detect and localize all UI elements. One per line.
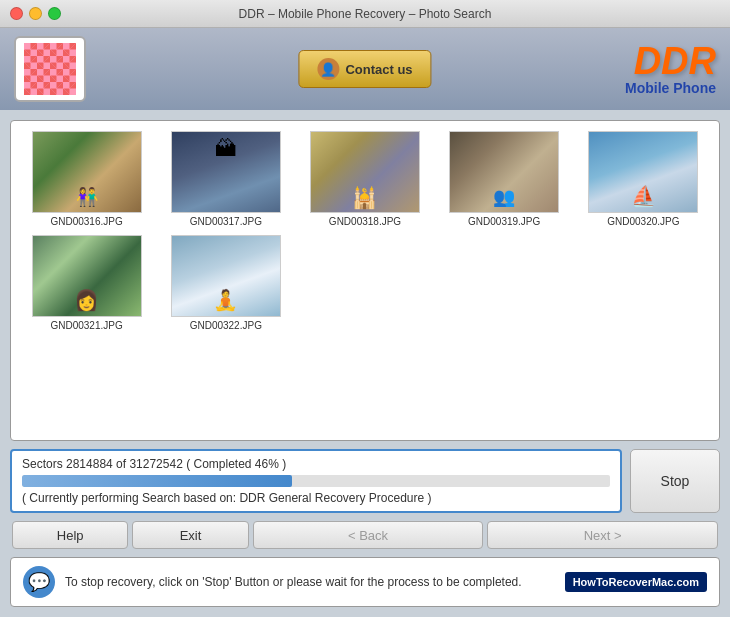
progress-info-text: ( Currently performing Search based on: … [22,491,610,505]
photo-thumbnail [32,131,142,213]
contact-label: Contact us [345,62,412,77]
minimize-button[interactable] [29,7,42,20]
list-item[interactable]: GND00322.JPG [160,235,291,331]
photo-label: GND00321.JPG [50,320,122,331]
exit-button[interactable]: Exit [132,521,248,549]
photo-label: GND00319.JPG [468,216,540,227]
progress-section: Sectors 2814884 of 31272542 ( Completed … [10,449,720,513]
progress-bar-track [22,475,610,487]
list-item[interactable]: GND00316.JPG [21,131,152,227]
list-item[interactable]: GND00319.JPG [439,131,570,227]
brand-area: DDR Mobile Phone [625,42,716,96]
photo-thumbnail [171,235,281,317]
photo-thumbnail [171,131,281,213]
brand-title: DDR [625,42,716,80]
help-button[interactable]: Help [12,521,128,549]
photo-thumbnail [449,131,559,213]
list-item[interactable]: GND00320.JPG [578,131,709,227]
info-icon: 💬 [23,566,55,598]
header: 👤 Contact us DDR Mobile Phone [0,28,730,110]
contact-icon: 👤 [317,58,339,80]
photo-thumbnail [588,131,698,213]
main-content: GND00316.JPGGND00317.JPGGND00318.JPGGND0… [0,110,730,617]
photo-label: GND00317.JPG [190,216,262,227]
info-text: To stop recovery, click on 'Stop' Button… [65,575,555,589]
photo-thumbnail [310,131,420,213]
photo-label: GND00320.JPG [607,216,679,227]
bottom-nav: Help Exit < Back Next > [10,521,720,549]
window-title: DDR – Mobile Phone Recovery – Photo Sear… [239,7,492,21]
stop-button[interactable]: Stop [630,449,720,513]
brand-subtitle: Mobile Phone [625,80,716,96]
photo-label: GND00322.JPG [190,320,262,331]
contact-button[interactable]: 👤 Contact us [298,50,431,88]
progress-box: Sectors 2814884 of 31272542 ( Completed … [10,449,622,513]
list-item[interactable]: GND00318.JPG [299,131,430,227]
photo-grid-container[interactable]: GND00316.JPGGND00317.JPGGND00318.JPGGND0… [10,120,720,441]
photo-thumbnail [32,235,142,317]
info-footer: 💬 To stop recovery, click on 'Stop' Butt… [10,557,720,607]
watermark: HowToRecoverMac.com [565,572,707,592]
window-controls[interactable] [10,7,61,20]
progress-status-text: Sectors 2814884 of 31272542 ( Completed … [22,457,610,471]
logo-icon [24,43,76,95]
logo-box [14,36,86,102]
photo-grid: GND00316.JPGGND00317.JPGGND00318.JPGGND0… [21,131,709,331]
maximize-button[interactable] [48,7,61,20]
next-button[interactable]: Next > [487,521,718,549]
list-item[interactable]: GND00321.JPG [21,235,152,331]
close-button[interactable] [10,7,23,20]
title-bar: DDR – Mobile Phone Recovery – Photo Sear… [0,0,730,28]
photo-label: GND00318.JPG [329,216,401,227]
back-button[interactable]: < Back [253,521,484,549]
progress-bar-fill [22,475,292,487]
list-item[interactable]: GND00317.JPG [160,131,291,227]
photo-label: GND00316.JPG [50,216,122,227]
